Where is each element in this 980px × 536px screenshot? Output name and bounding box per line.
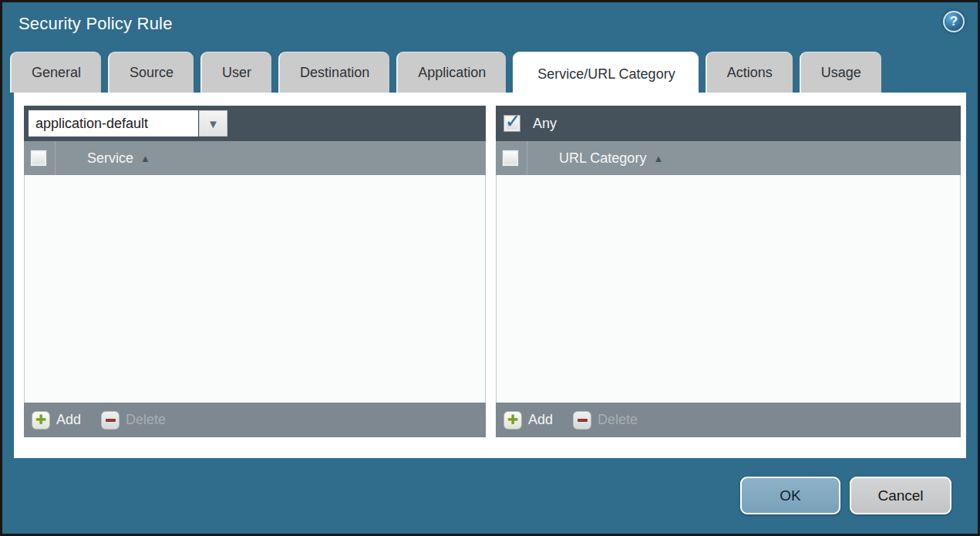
plus-icon: ✚ <box>32 411 50 430</box>
tab-content-area: ▼ Service ▲ ✚ Add <box>14 93 966 458</box>
sort-ascending-icon: ▲ <box>140 153 150 164</box>
checkmark-icon: ✓ <box>505 110 520 132</box>
plus-icon: ✚ <box>503 411 522 430</box>
question-mark-glyph: ? <box>950 14 958 29</box>
service-select-all-checkbox[interactable] <box>30 150 47 167</box>
cancel-button[interactable]: Cancel <box>850 477 951 514</box>
help-icon[interactable]: ? <box>943 11 965 32</box>
service-column-header[interactable]: Service ▲ <box>87 150 150 167</box>
minus-icon <box>101 411 120 430</box>
service-type-input[interactable] <box>29 110 198 137</box>
ok-button[interactable]: OK <box>740 477 840 514</box>
chevron-down-icon: ▼ <box>207 117 219 130</box>
service-delete-button[interactable]: Delete <box>101 411 166 430</box>
service-type-dropdown-button[interactable]: ▼ <box>199 110 227 137</box>
dialog-title: Security Policy Rule <box>19 14 173 34</box>
url-category-delete-button[interactable]: Delete <box>573 411 638 430</box>
service-panel: ▼ Service ▲ ✚ Add <box>24 106 486 437</box>
tab-usage[interactable]: Usage <box>800 52 881 93</box>
tab-user[interactable]: User <box>200 52 271 93</box>
service-list[interactable] <box>24 175 486 403</box>
service-type-bar: ▼ <box>24 106 486 141</box>
url-category-footer-bar: ✚ Add Delete <box>496 403 961 437</box>
minus-icon <box>573 411 591 430</box>
url-category-panel: ✓ Any URL Category ▲ ✚ Add <box>496 106 961 437</box>
url-category-any-bar: ✓ Any <box>496 106 961 141</box>
any-checkbox[interactable]: ✓ <box>503 115 520 132</box>
service-column-header-row: Service ▲ <box>24 141 486 175</box>
tab-destination[interactable]: Destination <box>278 52 389 93</box>
header-divider <box>55 141 56 175</box>
tab-actions[interactable]: Actions <box>706 52 793 93</box>
tab-application[interactable]: Application <box>396 52 506 93</box>
service-footer-bar: ✚ Add Delete <box>24 403 486 437</box>
url-category-add-button[interactable]: ✚ Add <box>503 411 553 430</box>
service-type-combobox: ▼ <box>29 110 227 137</box>
url-category-column-header[interactable]: URL Category ▲ <box>559 150 663 167</box>
service-add-button[interactable]: ✚ Add <box>32 411 81 430</box>
url-category-column-header-row: URL Category ▲ <box>496 141 961 175</box>
sort-ascending-icon: ▲ <box>653 153 663 164</box>
tab-bar: General Source User Destination Applicat… <box>10 52 970 93</box>
header-divider <box>527 141 527 175</box>
url-category-list[interactable] <box>496 175 961 403</box>
tab-general[interactable]: General <box>10 52 101 93</box>
url-category-select-all-checkbox[interactable] <box>502 150 519 167</box>
tab-service-url-category[interactable]: Service/URL Category <box>513 52 698 96</box>
tab-source[interactable]: Source <box>108 52 194 93</box>
security-policy-rule-dialog: Security Policy Rule ? General Source Us… <box>0 0 980 536</box>
any-label: Any <box>533 116 557 132</box>
